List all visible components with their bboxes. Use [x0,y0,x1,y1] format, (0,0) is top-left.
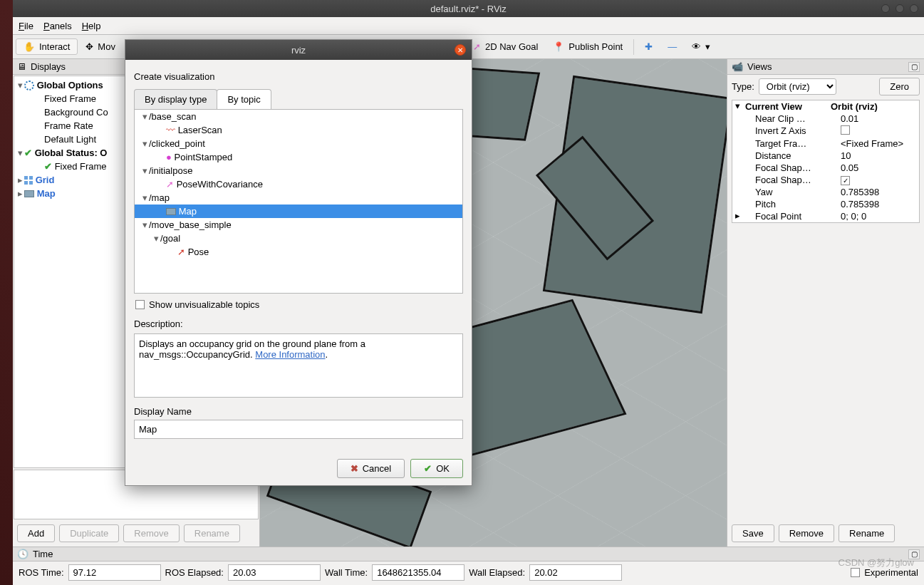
menu-file[interactable]: File [19,21,33,31]
gear-icon [24,81,34,90]
tab-by-display-type[interactable]: By display type [134,89,217,109]
tree-item-fixed-frame[interactable]: Fixed Frame [44,93,96,105]
tree-item-frame-rate[interactable]: Frame Rate [44,120,93,132]
laserscan-icon: 〰 [166,124,175,136]
wall-elapsed-label: Wall Elapsed: [469,567,525,578]
close-icon[interactable] [910,4,918,13]
add-button[interactable]: Add [17,524,55,542]
watermark: CSDN @努力glow [839,556,914,569]
show-unviz-label: Show unvisualizable topics [149,299,259,310]
time-panel-title: 🕓 Time ▢ [13,547,924,561]
point-icon: ● [166,151,172,163]
tree-item-global-options[interactable]: Global Options [37,79,103,91]
views-save-button[interactable]: Save [732,524,774,542]
ubuntu-side-strip [0,0,13,585]
focal-shape-checkbox[interactable]: ✓ [841,176,850,185]
ok-icon: ✔ [424,463,432,474]
panel-close-icon[interactable]: ▢ [908,62,920,72]
dialog-heading: Create visualization [134,66,463,85]
topic-map[interactable]: /map [149,192,170,204]
ros-time-input[interactable]: 97.12 [68,564,161,581]
tree-item-default-light[interactable]: Default Light [44,133,96,145]
remove-button[interactable]: Remove [123,524,179,542]
dialog-title: rviz [291,45,306,56]
ok-icon: ✔ [44,160,52,172]
pose-icon: ➚ [177,246,185,258]
wall-time-input[interactable]: 1648621355.04 [372,564,464,581]
type-map[interactable]: Map [179,205,197,217]
views-type-select[interactable]: Orbit (rviz) [759,78,836,95]
more-information-link[interactable]: More Information [255,349,325,360]
display-name-input[interactable] [134,420,463,439]
minus-icon: — [668,41,677,52]
type-laserscan[interactable]: LaserScan [178,124,222,136]
separator [633,39,634,55]
add-tool-button[interactable]: ✚ [638,39,660,54]
wall-time-label: Wall Time: [325,567,368,578]
views-properties[interactable]: ▾Current ViewOrbit (rviz) Near Clip …0.0… [732,100,920,223]
tree-item-fixed-frame-status[interactable]: Fixed Frame [55,160,107,172]
dialog-titlebar: rviz ✕ [125,40,472,60]
cancel-icon: ✖ [351,463,358,474]
grid-icon [24,176,33,185]
arrow-icon: ➚ [473,41,481,52]
nav-goal-button[interactable]: ➚ 2D Nav Goal [466,39,545,54]
camera-icon: 📹 [732,61,743,72]
pin-icon: 📍 [553,41,564,52]
monitor-icon: 🖥 [17,61,26,72]
tree-item-map[interactable]: Map [37,187,56,200]
topic-move-base[interactable]: /move_base_simple [149,219,232,231]
zero-button[interactable]: Zero [879,78,920,95]
menubar: File Panels Help [13,17,924,35]
tree-item-bg-color[interactable]: Background Co [44,106,108,118]
views-remove-button[interactable]: Remove [779,524,834,542]
description-label: Description: [134,316,463,332]
ok-icon: ✔ [24,147,32,159]
dialog-close-icon[interactable]: ✕ [455,44,466,56]
topic-goal[interactable]: /goal [160,232,180,244]
move-icon: ✥ [85,41,93,52]
views-rename-button[interactable]: Rename [839,524,895,542]
map-icon [24,190,34,197]
views-type-label: Type: [732,81,754,92]
description-box: Displays an occupancy grid on the ground… [134,333,463,398]
main-titlebar: default.rviz* - RViz [13,0,924,17]
ros-elapsed-label: ROS Elapsed: [165,567,224,578]
topic-clicked-point[interactable]: /clicked_point [149,138,205,150]
topic-initialpose[interactable]: /initialpose [149,165,192,177]
invert-z-checkbox[interactable] [841,125,850,135]
views-panel-title: 📹 Views ▢ [727,59,924,75]
window-title: default.rviz* - RViz [430,4,506,14]
minimize-icon[interactable] [881,4,890,13]
ros-time-label: ROS Time: [19,567,64,578]
menu-help[interactable]: Help [82,21,101,31]
hand-icon: ✋ [24,41,35,52]
show-unviz-checkbox[interactable] [135,300,145,309]
clock-icon: 🕓 [17,549,28,559]
tree-item-global-status[interactable]: Global Status: O [35,147,108,159]
type-pointstamped[interactable]: PointStamped [174,151,232,163]
pose-icon: ➚ [166,178,174,190]
eye-icon: 👁 [692,41,701,52]
tree-item-grid[interactable]: Grid [36,174,55,186]
cancel-button[interactable]: ✖Cancel [337,459,405,478]
visibility-button[interactable]: 👁▾ [685,39,717,54]
move-camera-button[interactable]: ✥ Mov [78,39,123,54]
duplicate-button[interactable]: Duplicate [59,524,119,542]
menu-panels[interactable]: Panels [43,21,72,31]
ok-button[interactable]: ✔OK [410,459,463,478]
map-icon [166,208,176,215]
remove-tool-button[interactable]: — [660,39,684,54]
tab-by-topic[interactable]: By topic [217,89,271,109]
type-pose[interactable]: Pose [188,246,209,258]
rename-button[interactable]: Rename [184,524,240,542]
display-name-label: Display Name [134,398,463,417]
topic-tree[interactable]: ▾/base_scan 〰 LaserScan ▾/clicked_point … [134,110,463,294]
ros-elapsed-input[interactable]: 20.03 [228,564,321,581]
publish-point-button[interactable]: 📍 Publish Point [546,39,630,54]
interact-button[interactable]: ✋ Interact [16,38,78,55]
wall-elapsed-input[interactable]: 20.02 [529,564,622,581]
topic-base-scan[interactable]: /base_scan [149,110,197,123]
type-posewithcov[interactable]: PoseWithCovariance [177,178,263,190]
maximize-icon[interactable] [896,4,904,13]
